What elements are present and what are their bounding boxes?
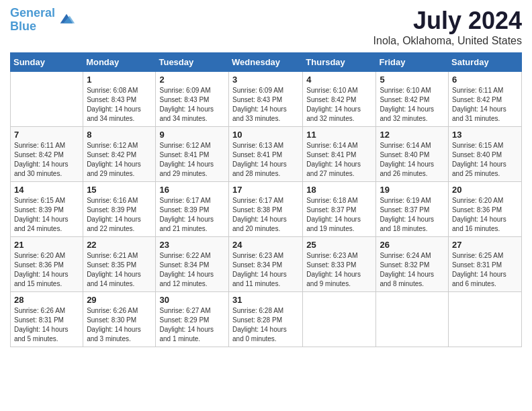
cell-info: Sunrise: 6:27 AMSunset: 8:29 PMDaylight:… <box>159 306 225 344</box>
main-title: July 2024 <box>373 7 522 35</box>
calendar-cell: 12Sunrise: 6:14 AMSunset: 8:40 PMDayligh… <box>376 127 449 182</box>
calendar-cell <box>376 292 449 347</box>
day-number: 18 <box>306 185 372 195</box>
day-number: 29 <box>87 295 152 305</box>
cell-info: Sunrise: 6:21 AMSunset: 8:35 PMDaylight:… <box>87 251 152 289</box>
calendar-cell: 28Sunrise: 6:26 AMSunset: 8:31 PMDayligh… <box>11 292 83 347</box>
cell-info: Sunrise: 6:17 AMSunset: 8:38 PMDaylight:… <box>232 196 299 234</box>
calendar-cell: 3Sunrise: 6:09 AMSunset: 8:43 PMDaylight… <box>229 72 303 127</box>
cell-info: Sunrise: 6:24 AMSunset: 8:32 PMDaylight:… <box>380 251 445 289</box>
calendar-cell: 16Sunrise: 6:17 AMSunset: 8:39 PMDayligh… <box>156 182 229 237</box>
day-number: 24 <box>232 240 299 250</box>
day-number: 15 <box>87 185 152 195</box>
cell-info: Sunrise: 6:09 AMSunset: 8:43 PMDaylight:… <box>232 86 299 124</box>
cell-info: Sunrise: 6:11 AMSunset: 8:42 PMDaylight:… <box>14 141 79 179</box>
cell-info: Sunrise: 6:13 AMSunset: 8:41 PMDaylight:… <box>232 141 299 179</box>
cell-info: Sunrise: 6:14 AMSunset: 8:41 PMDaylight:… <box>306 141 372 179</box>
col-sunday: Sunday <box>11 53 83 72</box>
calendar-cell: 25Sunrise: 6:23 AMSunset: 8:33 PMDayligh… <box>303 237 376 292</box>
calendar-cell: 22Sunrise: 6:21 AMSunset: 8:35 PMDayligh… <box>83 237 156 292</box>
calendar-cell: 5Sunrise: 6:10 AMSunset: 8:42 PMDaylight… <box>376 72 449 127</box>
calendar-cell: 24Sunrise: 6:23 AMSunset: 8:34 PMDayligh… <box>229 237 303 292</box>
day-number: 10 <box>232 130 299 140</box>
calendar-cell: 23Sunrise: 6:22 AMSunset: 8:34 PMDayligh… <box>156 237 229 292</box>
calendar-cell: 17Sunrise: 6:17 AMSunset: 8:38 PMDayligh… <box>229 182 303 237</box>
col-friday: Friday <box>376 53 449 72</box>
day-number: 11 <box>306 130 372 140</box>
day-number: 4 <box>306 75 372 85</box>
cell-info: Sunrise: 6:20 AMSunset: 8:36 PMDaylight:… <box>452 196 518 234</box>
calendar-cell: 31Sunrise: 6:28 AMSunset: 8:28 PMDayligh… <box>229 292 303 347</box>
cell-info: Sunrise: 6:20 AMSunset: 8:36 PMDaylight:… <box>14 251 79 289</box>
logo-text: General Blue <box>10 7 55 34</box>
logo: General Blue <box>10 7 76 34</box>
logo-line1: General <box>10 6 55 19</box>
subtitle: Inola, Oklahoma, United States <box>373 35 522 47</box>
day-number: 1 <box>87 75 152 85</box>
calendar-cell: 20Sunrise: 6:20 AMSunset: 8:36 PMDayligh… <box>449 182 522 237</box>
cell-info: Sunrise: 6:19 AMSunset: 8:37 PMDaylight:… <box>380 196 445 234</box>
day-number: 31 <box>232 295 299 305</box>
logo-icon <box>57 11 76 30</box>
cell-info: Sunrise: 6:26 AMSunset: 8:31 PMDaylight:… <box>14 306 79 344</box>
calendar-cell: 18Sunrise: 6:18 AMSunset: 8:37 PMDayligh… <box>303 182 376 237</box>
calendar-cell: 8Sunrise: 6:12 AMSunset: 8:42 PMDaylight… <box>83 127 156 182</box>
cell-info: Sunrise: 6:11 AMSunset: 8:42 PMDaylight:… <box>452 86 518 124</box>
day-number: 17 <box>232 185 299 195</box>
calendar-cell <box>11 72 83 127</box>
cell-info: Sunrise: 6:26 AMSunset: 8:30 PMDaylight:… <box>87 306 152 344</box>
day-number: 19 <box>380 185 445 195</box>
day-number: 13 <box>452 130 518 140</box>
day-number: 25 <box>306 240 372 250</box>
calendar-cell: 13Sunrise: 6:15 AMSunset: 8:40 PMDayligh… <box>449 127 522 182</box>
day-number: 22 <box>87 240 152 250</box>
cell-info: Sunrise: 6:17 AMSunset: 8:39 PMDaylight:… <box>159 196 225 234</box>
day-number: 26 <box>380 240 445 250</box>
calendar-cell: 29Sunrise: 6:26 AMSunset: 8:30 PMDayligh… <box>83 292 156 347</box>
cell-info: Sunrise: 6:25 AMSunset: 8:31 PMDaylight:… <box>452 251 518 289</box>
calendar-cell: 1Sunrise: 6:08 AMSunset: 8:43 PMDaylight… <box>83 72 156 127</box>
col-monday: Monday <box>83 53 156 72</box>
cell-info: Sunrise: 6:08 AMSunset: 8:43 PMDaylight:… <box>87 86 152 124</box>
day-number: 16 <box>159 185 225 195</box>
cell-info: Sunrise: 6:14 AMSunset: 8:40 PMDaylight:… <box>380 141 445 179</box>
calendar-cell <box>449 292 522 347</box>
cell-info: Sunrise: 6:16 AMSunset: 8:39 PMDaylight:… <box>87 196 152 234</box>
day-number: 28 <box>14 295 79 305</box>
col-thursday: Thursday <box>303 53 376 72</box>
calendar-cell: 4Sunrise: 6:10 AMSunset: 8:42 PMDaylight… <box>303 72 376 127</box>
calendar-cell: 11Sunrise: 6:14 AMSunset: 8:41 PMDayligh… <box>303 127 376 182</box>
day-number: 3 <box>232 75 299 85</box>
cell-info: Sunrise: 6:15 AMSunset: 8:39 PMDaylight:… <box>14 196 79 234</box>
calendar-cell: 14Sunrise: 6:15 AMSunset: 8:39 PMDayligh… <box>11 182 83 237</box>
calendar-cell: 26Sunrise: 6:24 AMSunset: 8:32 PMDayligh… <box>376 237 449 292</box>
col-saturday: Saturday <box>449 53 522 72</box>
calendar-cell: 21Sunrise: 6:20 AMSunset: 8:36 PMDayligh… <box>11 237 83 292</box>
page: General Blue July 2024 Inola, Oklahoma, … <box>0 0 532 411</box>
cell-info: Sunrise: 6:23 AMSunset: 8:33 PMDaylight:… <box>306 251 372 289</box>
cell-info: Sunrise: 6:10 AMSunset: 8:42 PMDaylight:… <box>306 86 372 124</box>
calendar-table: Sunday Monday Tuesday Wednesday Thursday… <box>10 52 522 347</box>
day-number: 30 <box>159 295 225 305</box>
cell-info: Sunrise: 6:22 AMSunset: 8:34 PMDaylight:… <box>159 251 225 289</box>
cell-info: Sunrise: 6:15 AMSunset: 8:40 PMDaylight:… <box>452 141 518 179</box>
cell-info: Sunrise: 6:28 AMSunset: 8:28 PMDaylight:… <box>232 306 299 344</box>
calendar-cell: 30Sunrise: 6:27 AMSunset: 8:29 PMDayligh… <box>156 292 229 347</box>
cell-info: Sunrise: 6:12 AMSunset: 8:41 PMDaylight:… <box>159 141 225 179</box>
logo-line2: Blue <box>10 19 36 33</box>
col-tuesday: Tuesday <box>156 53 229 72</box>
day-number: 7 <box>14 130 79 140</box>
calendar-cell: 10Sunrise: 6:13 AMSunset: 8:41 PMDayligh… <box>229 127 303 182</box>
calendar-cell <box>303 292 376 347</box>
calendar-cell: 27Sunrise: 6:25 AMSunset: 8:31 PMDayligh… <box>449 237 522 292</box>
title-section: July 2024 Inola, Oklahoma, United States <box>373 7 522 47</box>
cell-info: Sunrise: 6:23 AMSunset: 8:34 PMDaylight:… <box>232 251 299 289</box>
cell-info: Sunrise: 6:12 AMSunset: 8:42 PMDaylight:… <box>87 141 152 179</box>
cell-info: Sunrise: 6:18 AMSunset: 8:37 PMDaylight:… <box>306 196 372 234</box>
day-number: 14 <box>14 185 79 195</box>
day-number: 8 <box>87 130 152 140</box>
week-row-3: 21Sunrise: 6:20 AMSunset: 8:36 PMDayligh… <box>11 237 522 292</box>
calendar-cell: 19Sunrise: 6:19 AMSunset: 8:37 PMDayligh… <box>376 182 449 237</box>
day-number: 9 <box>159 130 225 140</box>
week-row-2: 14Sunrise: 6:15 AMSunset: 8:39 PMDayligh… <box>11 182 522 237</box>
